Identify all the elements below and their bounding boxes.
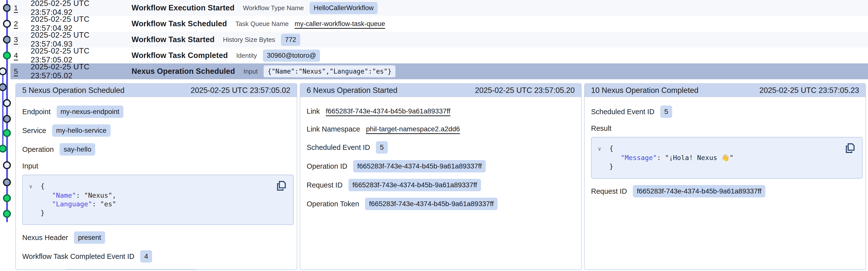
timeline-event-dot-success — [3, 129, 11, 137]
payload-viewer: ∨{"Message": "¡Hola! Nexus 👋"} — [591, 137, 863, 179]
detail-field-value[interactable]: f665283f-743e-4374-b45b-9a61a89337ff — [326, 107, 450, 115]
event-detail-title: 6 Nexus Operation Started — [307, 86, 397, 95]
event-attribute-value[interactable]: my-caller-workflow-task-queue — [294, 20, 385, 28]
detail-field: Workflow Task Completed Event ID 4 — [22, 250, 290, 263]
event-row[interactable]: 4 2025-02-25 UTC 23:57:05.02 Workflow Ta… — [10, 48, 868, 63]
chevron-down-icon[interactable]: ∨ — [598, 145, 609, 153]
payload-line: "Message": "¡Hola! Nexus 👋" — [598, 153, 855, 162]
detail-field-value: f665283f-743e-4374-b45b-9a61a89337ff — [348, 179, 481, 191]
event-detail-header[interactable]: 6 Nexus Operation Started 2025-02-25 UTC… — [300, 84, 581, 97]
event-id-link[interactable]: 5 — [14, 67, 21, 76]
event-detail-body: Endpoint my-nexus-endpoint Service my-he… — [16, 97, 297, 270]
payload-line: "Language": "es" — [29, 200, 286, 208]
timeline-event-dot-neutral — [3, 4, 11, 12]
detail-field-value: 5 — [376, 141, 388, 154]
event-timestamp: 2025-02-25 UTC 23:57:04.92 — [31, 0, 131, 17]
detail-field: Result ∨{"Message": "¡Hola! Nexus 👋"} — [591, 124, 859, 179]
detail-field-label: Request ID — [591, 187, 627, 195]
event-attribute-value: 30960@totoro@ — [263, 50, 320, 62]
detail-field-label: Link Namespace — [307, 125, 360, 133]
event-history-rows: 1 2025-02-25 UTC 23:57:04.92 Workflow Ex… — [10, 0, 868, 79]
event-detail-header[interactable]: 5 Nexus Operation Scheduled 2025-02-25 U… — [16, 84, 297, 97]
detail-field-value[interactable]: phil-target-namespace2.a2dd6 — [366, 125, 460, 133]
detail-field-value: f665283f-743e-4374-b45b-9a61a89337ff — [365, 198, 498, 210]
detail-field: Operation say-hello — [22, 143, 290, 156]
copy-icon — [276, 180, 287, 191]
event-name: Workflow Task Started — [131, 35, 215, 44]
event-row[interactable]: 5 2025-02-25 UTC 23:57:05.02 Nexus Opera… — [10, 63, 868, 79]
detail-field: Request ID f665283f-743e-4374-b45b-9a61a… — [591, 185, 859, 197]
event-attribute-label: History Size Bytes — [223, 36, 275, 44]
timeline-event-dot-success — [0, 145, 7, 153]
event-detail-title: 10 Nexus Operation Completed — [591, 86, 699, 95]
event-detail-timestamp: 2025-02-25 UTC 23:57:05.23 — [760, 86, 859, 95]
detail-field-label: Scheduled Event ID — [591, 108, 654, 116]
event-attribute-value: HelloCallerWorkflow — [310, 2, 378, 14]
detail-field-value: f665283f-743e-4374-b45b-9a61a89337ff — [64, 269, 196, 270]
copy-button[interactable] — [845, 142, 856, 155]
timeline-event-dot-success — [3, 52, 11, 59]
event-attribute-label: Task Queue Name — [236, 20, 288, 28]
detail-field: Scheduled Event ID 5 — [307, 141, 575, 154]
json-text: : "es" — [92, 200, 117, 208]
event-detail-panels: 5 Nexus Operation Scheduled 2025-02-25 U… — [16, 83, 866, 270]
detail-field-label: Result — [591, 124, 859, 133]
event-timestamp: 2025-02-25 UTC 23:57:04.92 — [31, 15, 131, 33]
payload-json: ∨{"Message": "¡Hola! Nexus 👋"} — [598, 144, 855, 171]
event-id-link[interactable]: 1 — [14, 4, 21, 12]
payload-line: } — [29, 208, 286, 217]
event-detail-header[interactable]: 10 Nexus Operation Completed 2025-02-25 … — [585, 84, 866, 97]
detail-field-label: Workflow Task Completed Event ID — [22, 252, 134, 261]
event-id-link[interactable]: 4 — [14, 51, 21, 60]
detail-field-label: Link — [307, 107, 320, 115]
timeline-event-dot-pending — [3, 20, 11, 28]
event-id-link[interactable]: 2 — [14, 20, 21, 28]
event-timestamp: 2025-02-25 UTC 23:57:04.93 — [31, 31, 131, 49]
event-row[interactable]: 2 2025-02-25 UTC 23:57:04.92 Workflow Ta… — [10, 16, 868, 32]
timeline-event-dot-pending — [3, 99, 11, 107]
detail-field-label: Operation — [22, 145, 54, 154]
event-name: Workflow Task Scheduled — [131, 19, 227, 28]
detail-field-value: f665283f-743e-4374-b45b-9a61a89337ff — [353, 160, 486, 172]
event-detail-body: Scheduled Event ID 5 Result ∨{"Message":… — [585, 97, 866, 204]
detail-field: Request ID f665283f-743e-4374-b45b-9a61a… — [22, 269, 290, 270]
payload-line: "Name": "Nexus", — [29, 191, 286, 200]
detail-field-value: 4 — [140, 250, 152, 263]
copy-icon — [845, 142, 856, 154]
event-detail-body: Link f665283f-743e-4374-b45b-9a61a89337f… — [300, 97, 581, 217]
detail-field: Endpoint my-nexus-endpoint — [22, 106, 290, 118]
event-timestamp: 2025-02-25 UTC 23:57:05.02 — [31, 47, 131, 64]
detail-field-label: Scheduled Event ID — [307, 143, 370, 152]
detail-field: Link Namespace phil-target-namespace2.a2… — [307, 124, 575, 135]
event-detail-title: 5 Nexus Operation Scheduled — [22, 86, 125, 95]
event-detail-timestamp: 2025-02-25 UTC 23:57:05.20 — [475, 86, 575, 95]
event-row[interactable]: 3 2025-02-25 UTC 23:57:04.93 Workflow Ta… — [10, 32, 868, 48]
detail-field-label: Operation Token — [307, 200, 359, 208]
event-attribute-label: Identity — [236, 52, 257, 59]
timeline-event-dot-neutral — [0, 83, 7, 91]
event-detail-timestamp: 2025-02-25 UTC 23:57:05.02 — [191, 86, 290, 95]
payload-line: } — [598, 162, 855, 171]
detail-field-label: Request ID — [307, 181, 342, 189]
branch-line — [2, 71, 3, 148]
workflow-event-history-view: 1 2025-02-25 UTC 23:57:04.92 Workflow Ex… — [0, 0, 868, 271]
detail-field-value: 5 — [660, 106, 672, 118]
chevron-down-icon[interactable]: ∨ — [29, 182, 40, 191]
timeline-event-dot-neutral — [3, 36, 11, 44]
detail-field: Scheduled Event ID 5 — [591, 106, 859, 118]
event-id-link[interactable]: 3 — [14, 35, 21, 44]
json-key: "Language" — [52, 200, 92, 208]
copy-button[interactable] — [276, 180, 287, 192]
detail-field: Operation ID f665283f-743e-4374-b45b-9a6… — [307, 160, 575, 172]
payload-viewer: ∨{"Name": "Nexus","Language": "es"} — [22, 174, 294, 225]
timeline-event-dot-neutral — [3, 178, 11, 186]
timeline-event-dot-neutral — [3, 115, 11, 123]
timeline-event-dot-success — [3, 194, 11, 202]
detail-field-label: Endpoint — [22, 108, 51, 116]
detail-field: Nexus Header present — [22, 232, 290, 244]
detail-field: Service my-hello-service — [22, 124, 290, 137]
event-detail-card: 5 Nexus Operation Scheduled 2025-02-25 U… — [16, 83, 297, 270]
event-name: Nexus Operation Scheduled — [131, 67, 235, 76]
event-row[interactable]: 1 2025-02-25 UTC 23:57:04.92 Workflow Ex… — [10, 0, 868, 16]
timeline-event-dot-success — [3, 210, 11, 218]
